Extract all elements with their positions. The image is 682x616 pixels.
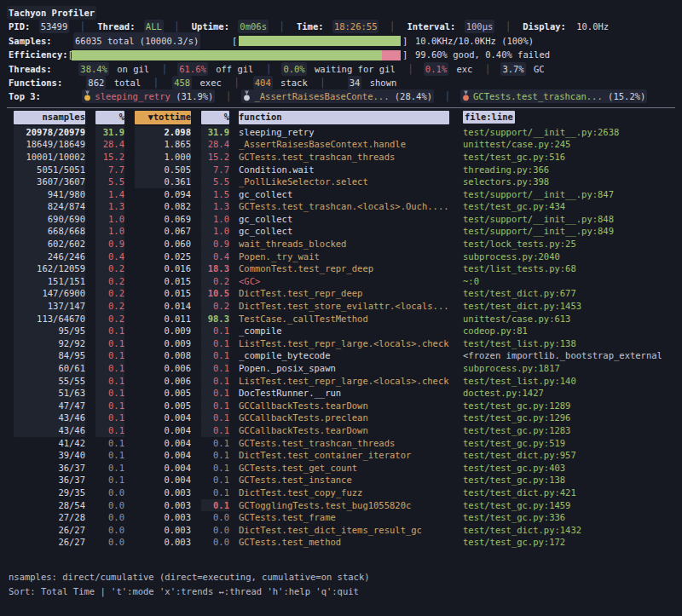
pid-value: 53499: [41, 21, 68, 32]
top3-entry-3: GCTests.test_trashcan... (15.2%): [462, 91, 645, 101]
function-cell: Condition.wait: [239, 164, 449, 176]
table-row: 43/46 0.1 0.004 0.1 GCCallbackTests.prec…: [0, 412, 682, 424]
top3-entry-3-name: GCTests.test_trashcan...: [473, 91, 603, 101]
file-line-cell: ~:0: [463, 275, 675, 288]
direct-pct-cell: 0.2: [95, 313, 124, 325]
table-row: 60/61 0.1 0.006 0.1 Popen._posix_spawn s…: [0, 362, 682, 375]
direct-pct-cell: 0.2: [95, 300, 124, 313]
tottime-cell: 0.505: [135, 164, 191, 176]
column-header-tottime-sorted[interactable]: ▼tottime: [135, 111, 191, 124]
table-row: 39/40 0.1 0.004 0.1 DictTest.test_contai…: [0, 449, 682, 462]
functions-shown-count: 34: [350, 78, 361, 88]
direct-pct-cell: 0.1: [95, 449, 124, 462]
direct-pct-cell: 0.1: [95, 362, 124, 375]
file-line-cell: test/support/__init__.py:847: [463, 188, 675, 201]
function-cell: DictTest.test_copy_fuzz: [239, 486, 449, 499]
bronze-medal-icon: [462, 90, 470, 101]
file-line-cell: codeop.py:81: [463, 325, 675, 337]
function-cell: GCTests.test_frame: [239, 511, 449, 524]
separator: │: [226, 91, 231, 101]
file-line-cell: test/support/__init__.py:2638: [463, 126, 675, 139]
separator: │: [444, 91, 449, 101]
nsamples-cell: 941/980: [14, 188, 85, 201]
direct-pct-cell: 0.1: [95, 337, 124, 350]
cumulative-pct-cell: 0.2: [201, 300, 229, 313]
function-cell: DictTest.test_dict_items_result_gc: [239, 524, 449, 537]
threads-label: Threads:: [9, 62, 75, 76]
tottime-cell: 2.098: [135, 126, 191, 139]
tottime-cell: 0.003: [135, 499, 191, 512]
table-row: 51/63 0.1 0.005 0.1 DocTestRunner.__run …: [0, 387, 682, 400]
file-line-cell: test/test_dict.py:1453: [463, 300, 675, 313]
column-header-function[interactable]: function: [239, 111, 449, 124]
top3-entry-3-pct: (15.2%): [608, 91, 645, 101]
function-cell: CommonTest.test_repr_deep: [239, 262, 449, 275]
table-row: 36/37 0.1 0.004 0.1 GCTests.test_instanc…: [0, 474, 682, 486]
cumulative-pct-cell: 98.3: [201, 313, 229, 325]
cumulative-pct-cell: 0.1: [201, 437, 229, 450]
threads-off-gil-label: off gil: [216, 64, 253, 74]
direct-pct-cell: 0.1: [95, 400, 124, 412]
file-line-cell: test/test_gc.py:138: [463, 474, 675, 486]
cumulative-pct-cell: 0.0: [201, 536, 229, 549]
direct-pct-cell: 0.2: [95, 262, 124, 275]
tottime-cell: 0.015: [135, 287, 191, 300]
function-cell: GCTests.test_get_count: [239, 462, 449, 475]
table-row: 113/64670 0.2 0.011 98.3 TestCase._callT…: [0, 313, 682, 325]
nsamples-cell: 60/61: [14, 362, 85, 375]
function-cell: ListTest.test_repr_large.<locals>.check: [239, 375, 449, 388]
table-row: 27/28 0.0 0.003 0.0 GCTests.test_frame t…: [0, 511, 682, 524]
direct-pct-cell: 0.0: [95, 536, 124, 549]
column-header-file-line[interactable]: file:line: [463, 111, 515, 124]
column-header-nsamples[interactable]: nsamples: [14, 111, 85, 124]
table-row: 668/668 1.0 0.067 1.0 gc_collect test/su…: [0, 225, 682, 238]
top3-entry-1: sleeping_retry (31.9%): [84, 91, 213, 101]
tottime-cell: 0.025: [135, 250, 191, 263]
top3-entry-1-pct: (31.9%): [176, 91, 213, 101]
nsamples-cell: 20978/20979: [14, 126, 85, 139]
nsamples-cell: 39/40: [14, 449, 85, 462]
app-title: Tachyon Profiler: [9, 8, 95, 18]
functions-total-label: total: [114, 78, 142, 88]
direct-pct-cell: 0.1: [95, 412, 124, 424]
cumulative-pct-cell: 0.1: [201, 337, 229, 350]
direct-pct-cell: 1.4: [95, 188, 124, 201]
table-row: 151/151 0.2 0.015 0.2 <GC> ~:0: [0, 275, 682, 288]
display-label: Display:: [523, 21, 566, 32]
time-value: 18:26:55: [334, 21, 378, 32]
function-cell: GCCallbackTests.tearDown: [239, 400, 449, 412]
nsamples-cell: 41/42: [14, 437, 85, 450]
nsamples-cell: 36/37: [14, 474, 85, 486]
info-line: PID: 53499 │ Thread: ALL │ Uptime: 0m06s…: [0, 20, 682, 33]
cumulative-pct-cell: 0.1: [201, 325, 229, 337]
direct-pct-cell: 0.2: [95, 275, 124, 288]
function-cell: GCTests.test_method: [239, 536, 449, 549]
cumulative-pct-cell: 0.2: [201, 275, 229, 288]
column-header-cumulative-pct[interactable]: %: [201, 111, 229, 124]
direct-pct-cell: 0.0: [95, 524, 124, 537]
function-cell: Popen._try_wait: [239, 250, 449, 263]
thread-value[interactable]: ALL: [146, 21, 162, 32]
file-line-cell: selectors.py:398: [463, 176, 675, 188]
separator: │: [320, 78, 325, 88]
file-line-cell: test/support/__init__.py:849: [463, 225, 675, 238]
cumulative-pct-cell: 1.3: [201, 200, 229, 213]
interval-value: 100µs: [466, 21, 494, 32]
function-cell: wait_threads_blocked: [239, 238, 449, 250]
file-line-cell: test/test_dict.py:1432: [463, 524, 675, 537]
file-line-cell: test/test_gc.py:336: [463, 511, 675, 524]
function-cell: DocTestRunner.__run: [239, 387, 449, 400]
table-row: 941/980 1.4 0.094 1.5 gc_collect test/su…: [0, 188, 682, 201]
direct-pct-cell: 0.1: [95, 474, 124, 486]
functions-label: Functions:: [9, 76, 75, 89]
direct-pct-cell: 0.1: [95, 349, 124, 362]
column-header-direct-pct[interactable]: %: [95, 111, 124, 124]
file-line-cell: test/lock_tests.py:25: [463, 238, 675, 250]
column-header-file-line-wrap: file:line: [463, 111, 675, 124]
cumulative-pct-cell: 18.3: [201, 262, 229, 275]
threads-off-gil-pct: 61.6%: [179, 64, 206, 74]
function-cell: Popen._posix_spawn: [239, 362, 449, 375]
threads-line: Threads: 38.4% on gil │ 61.6% off gil │ …: [0, 62, 682, 76]
tottime-cell: 0.016: [135, 262, 191, 275]
table-row: 92/92 0.1 0.009 0.1 ListTest.test_repr_l…: [0, 337, 682, 350]
